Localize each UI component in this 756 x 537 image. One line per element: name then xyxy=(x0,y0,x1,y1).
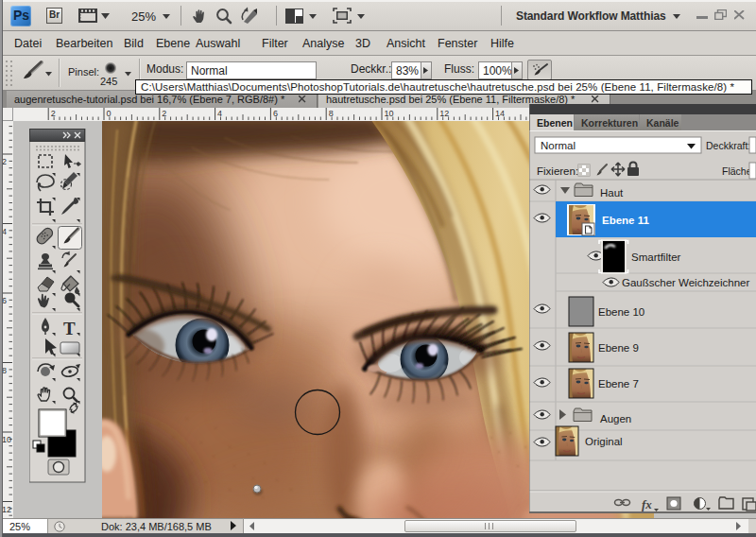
svg-text:Ebene 11: Ebene 11 xyxy=(602,215,649,226)
svg-text:Ebene 7: Ebene 7 xyxy=(598,378,639,390)
svg-text:Smartfilter: Smartfilter xyxy=(631,251,681,263)
svg-text:6: 6 xyxy=(273,109,278,118)
svg-text:4: 4 xyxy=(217,109,222,118)
svg-text:12: 12 xyxy=(2,505,11,514)
svg-text:0: 0 xyxy=(107,109,112,118)
svg-text:2: 2 xyxy=(162,109,166,118)
svg-text:12: 12 xyxy=(439,109,449,118)
svg-text:Normal: Normal xyxy=(541,140,576,151)
svg-text:Fixieren:: Fixieren: xyxy=(537,165,578,177)
svg-text:Deckkraft:: Deckkraft: xyxy=(706,140,750,151)
svg-text:Gaußscher Weichzeichner: Gaußscher Weichzeichner xyxy=(622,277,749,288)
svg-text:Kanäle: Kanäle xyxy=(646,117,679,129)
svg-text:Augen: Augen xyxy=(600,413,631,424)
svg-text:Ebenen: Ebenen xyxy=(537,117,573,129)
svg-text:8: 8 xyxy=(329,109,334,118)
svg-text:Ebene 10: Ebene 10 xyxy=(598,306,644,318)
svg-text:Korrekturen: Korrekturen xyxy=(581,117,638,129)
svg-text:14: 14 xyxy=(495,109,505,118)
svg-text:10: 10 xyxy=(2,435,11,444)
svg-text:Ebene 9: Ebene 9 xyxy=(598,342,639,354)
svg-text:Original: Original xyxy=(585,436,623,447)
svg-text:2: 2 xyxy=(51,109,56,118)
svg-text:10: 10 xyxy=(385,109,394,118)
svg-text:Haut: Haut xyxy=(600,187,624,199)
svg-text:T: T xyxy=(63,319,76,338)
svg-text:fx: fx xyxy=(642,497,652,511)
